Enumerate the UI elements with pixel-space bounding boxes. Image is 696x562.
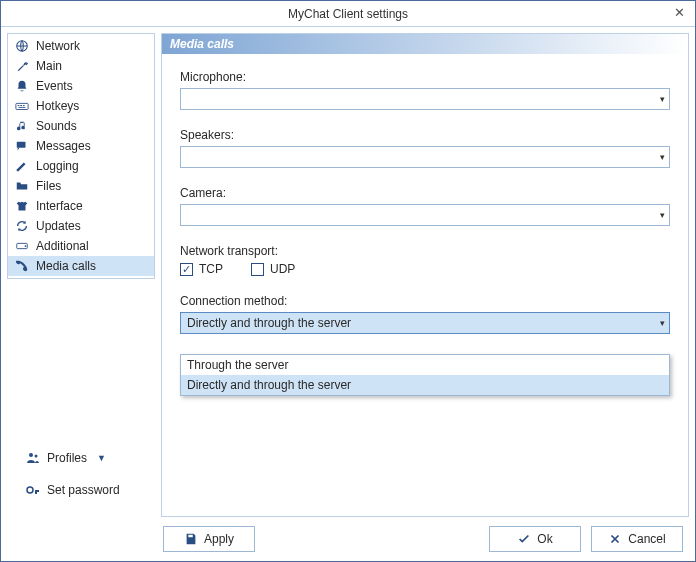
sidebar-item-interface[interactable]: Interface [8, 196, 154, 216]
folder-icon [14, 178, 30, 194]
connection-method-option[interactable]: Through the server [181, 355, 669, 375]
set-password-link[interactable]: Set password [11, 479, 151, 501]
ok-button[interactable]: Ok [489, 526, 581, 552]
tcp-label: TCP [199, 262, 223, 276]
ok-label: Ok [537, 532, 552, 546]
shirt-icon [14, 198, 30, 214]
wrench-icon [14, 58, 30, 74]
microphone-select[interactable]: ▾ [180, 88, 670, 110]
camera-row: Camera: ▾ [180, 186, 670, 226]
content-body: Microphone: ▾ Speakers: ▾ Camera: [162, 54, 688, 516]
window-body: Network Main Events Hotkeys Sounds [1, 27, 695, 517]
music-icon [14, 118, 30, 134]
network-transport-label: Network transport: [180, 244, 670, 258]
svg-rect-6 [17, 142, 26, 148]
sidebar-item-hotkeys[interactable]: Hotkeys [8, 96, 154, 116]
svg-point-9 [29, 453, 33, 457]
chevron-down-icon: ▾ [660, 318, 665, 328]
settings-window: MyChat Client settings ✕ Network Main Ev… [0, 0, 696, 562]
svg-rect-4 [23, 105, 25, 106]
udp-label: UDP [270, 262, 295, 276]
sidebar-item-label: Main [36, 59, 62, 73]
speakers-row: Speakers: ▾ [180, 128, 670, 168]
chevron-down-icon: ▾ [660, 210, 665, 220]
sidebar-item-label: Interface [36, 199, 83, 213]
option-label: Through the server [187, 358, 288, 372]
sidebar-item-main[interactable]: Main [8, 56, 154, 76]
connection-method-row: Connection method: Directly and through … [180, 294, 670, 334]
sidebar-item-additional[interactable]: Additional [8, 236, 154, 256]
network-transport-row: Network transport: ✓ TCP UDP [180, 244, 670, 276]
set-password-label: Set password [47, 483, 120, 497]
sidebar-item-label: Hotkeys [36, 99, 79, 113]
drive-icon [14, 238, 30, 254]
globe-icon [14, 38, 30, 54]
chevron-down-icon: ▾ [660, 152, 665, 162]
profiles-link[interactable]: Profiles ▼ [11, 447, 151, 469]
chevron-down-icon: ▾ [660, 94, 665, 104]
sidebar-item-label: Files [36, 179, 61, 193]
phone-icon [14, 258, 30, 274]
sidebar-item-sounds[interactable]: Sounds [8, 116, 154, 136]
bell-icon [14, 78, 30, 94]
svg-point-11 [27, 487, 33, 493]
checkbox-box: ✓ [180, 263, 193, 276]
save-icon [184, 532, 198, 546]
content-header: Media calls [162, 34, 688, 54]
cancel-label: Cancel [628, 532, 665, 546]
svg-rect-3 [20, 105, 22, 106]
speakers-label: Speakers: [180, 128, 670, 142]
sidebar-item-network[interactable]: Network [8, 36, 154, 56]
sidebar-item-label: Messages [36, 139, 91, 153]
svg-rect-2 [18, 105, 20, 106]
option-label: Directly and through the server [187, 378, 351, 392]
camera-label: Camera: [180, 186, 670, 200]
sidebar-footer: Profiles ▼ Set password [7, 439, 155, 517]
sidebar-item-updates[interactable]: Updates [8, 216, 154, 236]
microphone-label: Microphone: [180, 70, 670, 84]
sidebar-item-label: Logging [36, 159, 79, 173]
svg-point-8 [25, 245, 27, 247]
connection-method-dropdown: Through the server Directly and through … [180, 354, 670, 396]
sidebar-item-events[interactable]: Events [8, 76, 154, 96]
keyboard-icon [14, 98, 30, 114]
camera-select[interactable]: ▾ [180, 204, 670, 226]
close-icon [608, 532, 622, 546]
checkbox-box [251, 263, 264, 276]
pencil-icon [14, 158, 30, 174]
sidebar: Network Main Events Hotkeys Sounds [7, 33, 155, 517]
people-icon [25, 450, 41, 466]
messages-icon [14, 138, 30, 154]
sidebar-item-media-calls[interactable]: Media calls [8, 256, 154, 276]
close-button[interactable]: ✕ [671, 5, 687, 21]
sidebar-item-messages[interactable]: Messages [8, 136, 154, 156]
titlebar: MyChat Client settings ✕ [1, 1, 695, 27]
svg-point-10 [35, 455, 38, 458]
svg-rect-5 [19, 107, 26, 108]
udp-checkbox[interactable]: UDP [251, 262, 295, 276]
content-title: Media calls [170, 37, 234, 51]
sidebar-item-label: Events [36, 79, 73, 93]
microphone-row: Microphone: ▾ [180, 70, 670, 110]
connection-method-value: Directly and through the server [187, 316, 351, 330]
chevron-down-icon: ▼ [97, 453, 106, 463]
sidebar-item-label: Network [36, 39, 80, 53]
sidebar-item-label: Sounds [36, 119, 77, 133]
connection-method-option[interactable]: Directly and through the server [181, 375, 669, 395]
connection-method-select[interactable]: Directly and through the server ▾ [180, 312, 670, 334]
connection-method-label: Connection method: [180, 294, 670, 308]
key-icon [25, 482, 41, 498]
speakers-select[interactable]: ▾ [180, 146, 670, 168]
window-title: MyChat Client settings [288, 7, 408, 21]
apply-button[interactable]: Apply [163, 526, 255, 552]
sidebar-item-logging[interactable]: Logging [8, 156, 154, 176]
content-panel: Media calls Microphone: ▾ Speakers: ▾ [161, 33, 689, 517]
nav-list: Network Main Events Hotkeys Sounds [7, 33, 155, 279]
sidebar-item-label: Updates [36, 219, 81, 233]
sidebar-item-files[interactable]: Files [8, 176, 154, 196]
cancel-button[interactable]: Cancel [591, 526, 683, 552]
profiles-label: Profiles [47, 451, 87, 465]
apply-label: Apply [204, 532, 234, 546]
tcp-checkbox[interactable]: ✓ TCP [180, 262, 223, 276]
refresh-icon [14, 218, 30, 234]
